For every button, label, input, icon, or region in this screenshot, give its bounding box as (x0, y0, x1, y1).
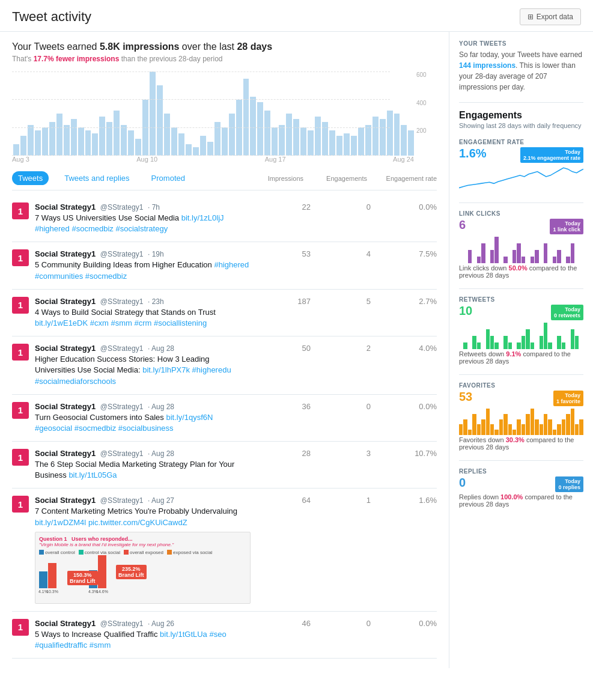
tweet-rate: 4.0% (377, 344, 437, 353)
col-header-engagements: Engagements (313, 175, 367, 182)
tweet-content: Social Strategy1 @SStrategy1 · 7h 7 Ways… (35, 202, 251, 234)
tweet-engagements: 5 (317, 297, 371, 306)
bl-legend: overall control control via social overa… (39, 550, 246, 555)
retweets-label: RETWEETS (459, 296, 583, 303)
col-header-rate: Engagement rate (377, 175, 437, 182)
divider-5 (459, 460, 583, 461)
retweets-chart (459, 320, 583, 349)
tweet-rate: 7.5% (377, 249, 437, 258)
tweet-engagements: 3 (317, 449, 371, 458)
favorites-chart (459, 406, 583, 435)
summary-title: Your Tweets earned 5.8K impressions over… (12, 41, 437, 52)
favorites-section: FAVORITES 53 Today 1 favorite Favorites … (459, 382, 583, 451)
left-panel: Your Tweets earned 5.8K impressions over… (0, 32, 449, 668)
tweet-time: · Aug 28 (148, 344, 174, 353)
tweet-rate: 0.0% (377, 202, 437, 212)
tweet-text: 7 Ways US Universities Use Social Media … (35, 213, 251, 234)
tweet-content: Social Strategy1 @SStrategy1 · Aug 27 7 … (35, 496, 251, 603)
export-icon: ⊞ (528, 13, 534, 21)
tweet-rank: 1 (12, 402, 29, 419)
tab-promoted[interactable]: Promoted (145, 171, 191, 185)
link-clicks-section: LINK CLICKS 6 Today 1 link click Link cl… (459, 210, 583, 279)
engagement-rate-label: ENGAGEMENT RATE (459, 139, 583, 145)
your-tweets-section: YOUR TWEETS So far today, your Tweets ha… (459, 40, 583, 93)
divider-3 (459, 288, 583, 289)
replies-section: REPLIES 0 Today 0 replies Replies down 1… (459, 468, 583, 508)
chart-x-axis: Aug 3 Aug 10 Aug 17 Aug 24 (12, 156, 437, 163)
divider-2 (459, 202, 583, 203)
tweet-rate: 1.6% (377, 496, 437, 505)
favorites-today-badge: Today 1 favorite (553, 391, 583, 406)
tweet-list: 1 Social Strategy1 @SStrategy1 · 7h 7 Wa… (12, 195, 437, 659)
engagements-sub: Showing last 28 days with daily frequenc… (459, 122, 583, 129)
tweet-rate: 2.7% (377, 297, 437, 306)
tweet-handle: @SStrategy1 (100, 344, 144, 353)
tweet-handle: @SStrategy1 (100, 449, 144, 458)
tweet-time: · Aug 27 (148, 496, 174, 505)
tweet-rate: 0.0% (377, 619, 437, 628)
divider-1 (459, 102, 583, 103)
favorites-label: FAVORITES (459, 382, 583, 389)
tweet-content: Social Strategy1 @SStrategy1 · 19h 5 Com… (35, 249, 251, 281)
tweet-rate: 10.7% (377, 449, 437, 458)
tweet-time: · Aug 26 (148, 619, 174, 628)
engagements-title: Engagements (459, 110, 583, 121)
tab-tweets-replies[interactable]: Tweets and replies (58, 171, 135, 185)
tweet-engagements: 2 (317, 344, 371, 353)
tweet-text: The 6 Step Social Media Marketing Strate… (35, 459, 251, 481)
tweet-author: Social Strategy1 (35, 249, 96, 258)
export-button[interactable]: ⊞ Export data (520, 8, 581, 25)
tweet-handle: @SStrategy1 (100, 203, 144, 212)
tweet-time: · Aug 28 (148, 403, 174, 411)
tweet-engagements: 0 (317, 402, 371, 411)
tweet-handle: @SStrategy1 (100, 250, 144, 258)
right-panel: YOUR TWEETS So far today, your Tweets ha… (449, 32, 593, 668)
link-clicks-chart (459, 234, 583, 263)
tweet-text: 7 Content Marketing Metrics You're Proba… (35, 506, 251, 528)
tweet-row-6: 1 Social Strategy1 @SStrategy1 · Aug 27 … (12, 488, 437, 611)
tweet-text: 4 Ways to Build Social Strategy that Sta… (35, 307, 251, 329)
engagement-rate-value: 1.6% (459, 147, 487, 160)
tweet-handle: @SStrategy1 (100, 297, 144, 306)
tweet-text: Turn Geosocial Customers into Sales bit.… (35, 412, 251, 434)
tweet-impressions: 28 (257, 449, 311, 458)
tweet-impressions: 53 (257, 249, 311, 258)
tweet-rank: 1 (12, 202, 29, 219)
tweet-author: Social Strategy1 (35, 619, 96, 628)
col-header-impressions: Impressions (249, 175, 303, 182)
favorites-value: 53 (459, 390, 472, 404)
replies-change: Replies down 100.0% compared to the prev… (459, 493, 583, 508)
tweet-engagements: 0 (317, 202, 371, 212)
replies-label: REPLIES (459, 468, 583, 475)
replies-today-badge: Today 0 replies (555, 476, 583, 492)
favorites-change: Favorites down 30.3% compared to the pre… (459, 436, 583, 451)
replies-value: 0 (459, 476, 466, 490)
tab-tweets[interactable]: Tweets (12, 171, 49, 185)
tweet-impressions: 22 (257, 202, 311, 212)
tweet-content: Social Strategy1 @SStrategy1 · Aug 28 Hi… (35, 344, 251, 387)
tweet-row-0: 1 Social Strategy1 @SStrategy1 · 7h 7 Wa… (12, 195, 437, 242)
tweet-content: Social Strategy1 @SStrategy1 · 23h 4 Way… (35, 297, 251, 329)
tweet-author: Social Strategy1 (35, 344, 96, 353)
tweet-row-4: 1 Social Strategy1 @SStrategy1 · Aug 28 … (12, 395, 437, 442)
your-tweets-title: YOUR TWEETS (459, 40, 583, 47)
tweet-content: Social Strategy1 @SStrategy1 · Aug 26 5 … (35, 619, 251, 651)
tweet-time: · 7h (148, 203, 160, 212)
tweet-author: Social Strategy1 (35, 202, 96, 212)
tweet-text: 5 Ways to Increase Qualified Traffic bit… (35, 629, 251, 651)
tweet-content: Social Strategy1 @SStrategy1 · Aug 28 Th… (35, 449, 251, 481)
tweet-impressions: 64 (257, 496, 311, 505)
tweet-rank: 1 (12, 249, 29, 266)
tweet-impressions: 50 (257, 344, 311, 353)
tweet-row-3: 1 Social Strategy1 @SStrategy1 · Aug 28 … (12, 336, 437, 395)
bl-bars: 4.1% 10.3% 150.3%Brand Lift 4.3% 14.6% 2… (39, 558, 246, 594)
summary-section: Your Tweets earned 5.8K impressions over… (12, 41, 437, 63)
engagement-rate-section: ENGAGEMENT RATE 1.6% Today 2.1% engageme… (459, 139, 583, 193)
retweets-change: Retweets down 9.1% compared to the previ… (459, 350, 583, 365)
tweet-rank: 1 (12, 449, 29, 466)
tweet-text: Higher Education Success Stories: How 3 … (35, 354, 251, 387)
tweet-handle: @SStrategy1 (100, 619, 144, 628)
summary-subtitle: That's 17.7% fewer impressions than the … (12, 55, 437, 63)
retweets-value: 10 (459, 304, 472, 318)
bl-quote: "Virgin Mobile is a brand that I'd inves… (39, 542, 246, 547)
